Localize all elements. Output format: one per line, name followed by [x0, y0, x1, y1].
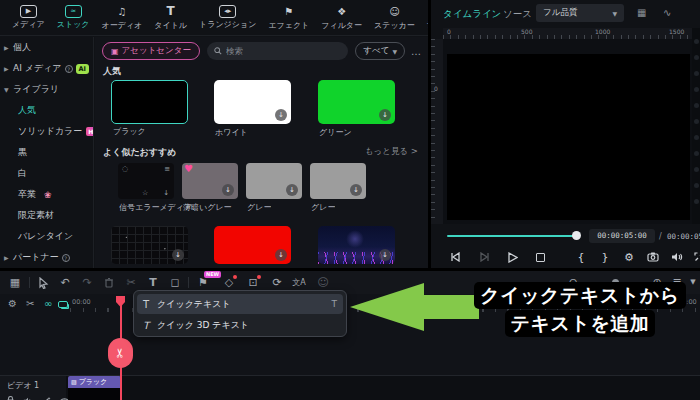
tab-media[interactable]: ▶メディア: [6, 0, 51, 36]
app-window: ▶メディア ≃ストック ♫オーディオ Tタイトル ◂▸トランジション ⚑エフェク…: [0, 0, 700, 400]
section-popular-title: 人気: [103, 65, 121, 78]
link-clips-icon[interactable]: ∞: [44, 298, 52, 309]
download-icon[interactable]: ↓: [275, 109, 287, 121]
download-icon[interactable]: ↓: [222, 184, 234, 196]
scissors-icon: ✂: [114, 348, 128, 358]
sidebar-item-limited[interactable]: 限定素材: [0, 205, 93, 226]
stock-thumbnail-green[interactable]: ↓ グリーン: [318, 80, 395, 124]
auto-ripple-icon[interactable]: [58, 301, 68, 308]
panel-divider-vertical: [428, 0, 431, 270]
download-icon[interactable]: ↓: [275, 249, 287, 261]
delete-trash-icon[interactable]: [100, 274, 118, 291]
tab-effect[interactable]: ⚑エフェクト: [262, 0, 315, 36]
previous-frame-button[interactable]: [446, 248, 466, 266]
text-tool-icon[interactable]: T: [144, 274, 162, 291]
menu-item-quick-text[interactable]: T クイックテキスト T: [137, 294, 343, 314]
next-frame-button[interactable]: [474, 248, 494, 266]
seek-bar[interactable]: [447, 235, 577, 237]
tab-audio[interactable]: ♫オーディオ: [96, 0, 149, 36]
tab-sticker[interactable]: ☺ステッカー: [368, 0, 421, 36]
mute-speaker-icon[interactable]: [23, 396, 33, 400]
quality-dropdown[interactable]: フル品質▼: [536, 4, 624, 22]
playhead-split-button[interactable]: ✂: [108, 338, 133, 368]
tab-title[interactable]: Tタイトル: [148, 0, 193, 36]
stock-thumbnail-glitch[interactable]: ◌ ≡ ☆ ↓ 信号エラーメディア...: [118, 163, 174, 199]
download-icon[interactable]: ↓: [172, 249, 184, 261]
quick-text-popup-menu: T クイックテキスト T T クイック 3D テキスト: [133, 290, 347, 337]
see-more-link[interactable]: もっと見る >: [365, 146, 418, 158]
asset-center-button[interactable]: ▣アセットセンター: [102, 42, 200, 60]
fullscreen-icon[interactable]: [689, 248, 700, 266]
stock-thumbnail-white[interactable]: ↓ ホワイト: [214, 80, 291, 124]
playhead[interactable]: ✂: [120, 296, 122, 400]
stock-thumbnail-gray[interactable]: ↓ グレー: [310, 163, 366, 199]
search-input[interactable]: [226, 46, 341, 56]
media-grid-icon[interactable]: ▦: [6, 274, 24, 291]
mask-crop-icon[interactable]: ◻: [166, 274, 184, 291]
download-icon[interactable]: ↓: [350, 184, 362, 196]
tab-source-view[interactable]: ソース: [503, 8, 532, 21]
keyframe-diamond-icon[interactable]: ◇: [220, 274, 238, 291]
menu-item-quick-3d-text[interactable]: T クイック 3D テキスト: [137, 315, 343, 335]
chevron-down-icon: ▼: [4, 86, 9, 93]
split-scissors-icon[interactable]: ✂: [122, 274, 140, 291]
render-preview-icon[interactable]: ⊡: [244, 274, 262, 291]
stock-thumbnail-synthwave[interactable]: ↓: [318, 226, 395, 264]
mark-out-button[interactable]: }: [595, 248, 615, 266]
lock-icon[interactable]: [6, 396, 15, 400]
select-tool-icon[interactable]: [34, 274, 52, 291]
play-button[interactable]: [502, 248, 522, 266]
seek-handle[interactable]: [572, 231, 581, 240]
sidebar-item-partner[interactable]: ▶パートナー?: [0, 247, 93, 268]
timeline-settings-gear-icon[interactable]: ⚙: [8, 298, 17, 309]
settings-gear-icon[interactable]: ⚙: [619, 248, 639, 266]
stock-thumbnail-black[interactable]: ブラック: [111, 80, 188, 124]
sidebar-item-graduation[interactable]: 卒業❀: [0, 184, 93, 205]
preview-canvas[interactable]: [447, 54, 690, 220]
translate-icon[interactable]: 文A: [290, 274, 308, 291]
notification-dot: [257, 275, 261, 279]
video-track-row: ビデオ 1 ▨ブラック: [0, 375, 700, 400]
timeline-clip-black[interactable]: ▨ブラック: [68, 376, 121, 400]
speed-icon[interactable]: ⟳: [268, 274, 286, 291]
mark-in-button[interactable]: {: [571, 248, 591, 266]
more-options-button[interactable]: …: [411, 46, 422, 57]
redo-icon[interactable]: ↷: [78, 274, 96, 291]
media-tabbar: ▶メディア ≃ストック ♫オーディオ Tタイトル ◂▸トランジション ⚑エフェク…: [0, 0, 428, 36]
tab-transition[interactable]: ◂▸トランジション: [193, 0, 262, 36]
sidebar-item-black[interactable]: 黒: [0, 142, 93, 163]
stop-button[interactable]: [530, 248, 550, 266]
help-icon[interactable]: ?: [62, 254, 70, 262]
download-icon[interactable]: ↓: [379, 109, 391, 121]
sidebar-item-personal[interactable]: ▶個人: [0, 37, 93, 58]
volume-icon[interactable]: [667, 248, 687, 266]
timecode-separator: /: [659, 232, 662, 241]
help-icon[interactable]: ?: [65, 65, 73, 73]
sidebar-item-solid-color[interactable]: ソリッドカラーHOT: [0, 121, 93, 142]
sidebar-item-valentine[interactable]: バレンタイン: [0, 226, 93, 247]
tab-timeline-view[interactable]: タイムライン: [443, 8, 501, 21]
tab-filter[interactable]: ❖フィルター: [315, 0, 368, 36]
sidebar-item-ai-media[interactable]: ▶AI メディア?AI: [0, 58, 93, 79]
tab-stock[interactable]: ≃ストック: [51, 0, 96, 36]
stock-thumbnail-gray[interactable]: ↓ グレー: [246, 163, 302, 199]
download-icon[interactable]: ↓: [379, 249, 391, 261]
stock-thumbnail-grid[interactable]: ↓: [111, 226, 188, 264]
avatar-person-icon[interactable]: ☺: [314, 274, 332, 291]
snapshot-camera-icon[interactable]: [643, 248, 663, 266]
download-icon[interactable]: ↓: [286, 184, 298, 196]
stock-thumbnail-red[interactable]: ↓: [214, 226, 291, 264]
sidebar-item-popular[interactable]: 人気: [0, 100, 93, 121]
multiview-icon[interactable]: ▦: [637, 7, 646, 18]
stock-thumbnail-dim-gray[interactable]: ♥ ↓ 薄暗いグレー: [182, 163, 238, 199]
keyframe-flag-icon[interactable]: ⚑NEW: [194, 274, 212, 291]
download-icon[interactable]: ↓: [163, 189, 169, 197]
chevron-down-icon: ▼: [612, 10, 617, 17]
sidebar-item-white[interactable]: 白: [0, 163, 93, 184]
magic-wand-icon[interactable]: [41, 396, 51, 400]
sidebar-item-library[interactable]: ▼ライブラリ: [0, 79, 93, 100]
scope-icon[interactable]: ∿: [663, 7, 671, 18]
filter-all-button[interactable]: すべて▼: [355, 42, 405, 60]
timeline-scissors-icon[interactable]: ✂: [26, 298, 34, 309]
undo-icon[interactable]: ↶: [56, 274, 74, 291]
